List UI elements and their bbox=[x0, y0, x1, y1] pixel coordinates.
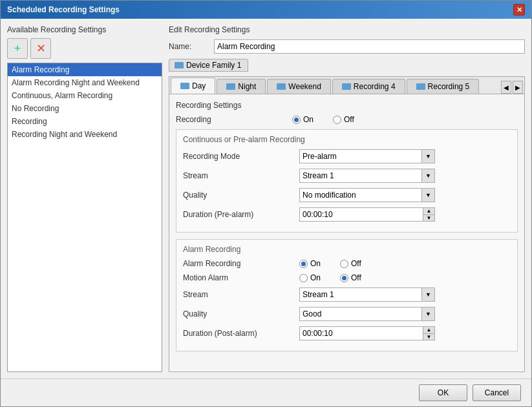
tab-recording4[interactable]: Recording 4 bbox=[332, 79, 405, 94]
name-row: Name: bbox=[169, 39, 525, 54]
motion-on-radio[interactable] bbox=[299, 274, 308, 282]
recording-list[interactable]: Alarm Recording Alarm Recording Night an… bbox=[7, 63, 162, 372]
cancel-button[interactable]: Cancel bbox=[473, 384, 521, 401]
tab-day-label: Day bbox=[192, 81, 206, 90]
alarm-quality-label: Quality bbox=[183, 309, 299, 318]
tab-night-label: Night bbox=[238, 82, 256, 91]
alarm-on-label: On bbox=[310, 259, 321, 268]
ok-button[interactable]: OK bbox=[419, 384, 467, 401]
recording-on-label: On bbox=[303, 115, 314, 124]
alarm-quality-row: Quality Good ▼ bbox=[183, 307, 511, 321]
close-button[interactable]: ✕ bbox=[513, 4, 525, 16]
alarm-stream-select[interactable]: Stream 1 ▼ bbox=[299, 287, 435, 302]
tab-day-icon bbox=[180, 83, 189, 89]
list-item[interactable]: Alarm Recording Night and Weekend bbox=[8, 76, 162, 89]
recording-off-radio[interactable] bbox=[333, 116, 341, 124]
recording-radio-group: On Off bbox=[292, 115, 354, 124]
tab-scroll-left[interactable]: ◀ bbox=[501, 81, 511, 94]
motion-off-option[interactable]: Off bbox=[340, 273, 361, 282]
stream-select[interactable]: Stream 1 ▼ bbox=[299, 169, 435, 183]
duration-prealarm-down[interactable]: ▼ bbox=[423, 215, 434, 222]
delete-button[interactable]: ✕ bbox=[30, 38, 51, 59]
recording-mode-row: Recording Mode Pre-alarm ▼ bbox=[183, 149, 511, 163]
duration-postalarm-label: Duration (Post-alarm) bbox=[183, 329, 299, 338]
continuous-section: Continuous or Pre-alarm Recording Record… bbox=[176, 129, 518, 233]
recording-settings-label: Recording Settings bbox=[176, 101, 518, 110]
recording-mode-value: Pre-alarm bbox=[300, 152, 421, 161]
alarm-off-label: Off bbox=[351, 259, 361, 268]
recording-mode-label: Recording Mode bbox=[183, 152, 299, 161]
alarm-recording-row: Alarm Recording On Off bbox=[183, 259, 511, 268]
quality-arrow[interactable]: ▼ bbox=[421, 189, 434, 202]
stream-arrow[interactable]: ▼ bbox=[421, 169, 434, 182]
dialog-content: Available Recording Settings + ✕ Alarm R… bbox=[1, 19, 531, 379]
recording-mode-select[interactable]: Pre-alarm ▼ bbox=[299, 149, 435, 163]
tab-night[interactable]: Night bbox=[217, 79, 266, 94]
duration-prealarm-value: 00:00:10 bbox=[300, 210, 423, 219]
tab-recording4-icon bbox=[342, 83, 351, 90]
device-family-icon bbox=[175, 62, 184, 68]
tab-scroll: ◀ ▶ bbox=[501, 81, 523, 94]
list-item[interactable]: Alarm Recording bbox=[8, 63, 162, 76]
tab-weekend[interactable]: Weekend bbox=[267, 79, 330, 94]
tab-scroll-right[interactable]: ▶ bbox=[513, 81, 523, 94]
tab-weekend-label: Weekend bbox=[288, 82, 321, 91]
tab-recording5[interactable]: Recording 5 bbox=[407, 79, 480, 94]
tabs-header: Day Night Weekend Recording 4 bbox=[169, 77, 524, 94]
recording-mode-arrow[interactable]: ▼ bbox=[421, 150, 434, 163]
duration-postalarm-down[interactable]: ▼ bbox=[423, 334, 434, 340]
duration-prealarm-label: Duration (Pre-alarm) bbox=[183, 210, 299, 219]
name-input[interactable] bbox=[214, 39, 525, 54]
recording-field-label: Recording bbox=[176, 115, 292, 124]
alarm-off-option[interactable]: Off bbox=[340, 259, 361, 268]
add-button[interactable]: + bbox=[7, 38, 28, 59]
device-family-label: Device Family 1 bbox=[186, 61, 241, 70]
duration-prealarm-spinner[interactable]: 00:00:10 ▲ ▼ bbox=[299, 207, 435, 222]
alarm-on-radio[interactable] bbox=[299, 260, 308, 268]
name-label: Name: bbox=[169, 42, 207, 51]
left-panel: Available Recording Settings + ✕ Alarm R… bbox=[7, 25, 162, 372]
continuous-section-label: Continuous or Pre-alarm Recording bbox=[183, 135, 511, 144]
duration-prealarm-row: Duration (Pre-alarm) 00:00:10 ▲ ▼ bbox=[183, 207, 511, 222]
list-item[interactable]: Recording bbox=[8, 115, 162, 128]
quality-select[interactable]: No modification ▼ bbox=[299, 188, 435, 202]
list-item[interactable]: No Recording bbox=[8, 102, 162, 115]
recording-on-option[interactable]: On bbox=[292, 115, 314, 124]
device-family-tab[interactable]: Device Family 1 bbox=[169, 59, 248, 72]
duration-postalarm-value: 00:00:10 bbox=[300, 329, 423, 338]
duration-postalarm-spinner[interactable]: 00:00:10 ▲ ▼ bbox=[299, 326, 435, 340]
tabs-container: Day Night Weekend Recording 4 bbox=[169, 76, 525, 372]
list-item[interactable]: Recording Night and Weekend bbox=[8, 128, 162, 141]
alarm-off-radio[interactable] bbox=[340, 260, 348, 268]
alarm-section: Alarm Recording Alarm Recording On bbox=[176, 239, 518, 351]
stream-label: Stream bbox=[183, 171, 299, 180]
alarm-stream-value: Stream 1 bbox=[300, 290, 421, 299]
stream-value: Stream 1 bbox=[300, 171, 421, 180]
tab-day[interactable]: Day bbox=[171, 78, 215, 94]
alarm-section-label: Alarm Recording bbox=[183, 245, 511, 254]
duration-postalarm-row: Duration (Post-alarm) 00:00:10 ▲ ▼ bbox=[183, 326, 511, 340]
motion-off-label: Off bbox=[351, 273, 361, 282]
alarm-stream-arrow[interactable]: ▼ bbox=[421, 288, 434, 301]
alarm-quality-select[interactable]: Good ▼ bbox=[299, 307, 435, 321]
recording-on-radio[interactable] bbox=[292, 116, 301, 124]
tab-recording5-icon bbox=[416, 83, 425, 90]
title-bar: Scheduled Recording Settings ✕ bbox=[1, 1, 531, 19]
recording-off-option[interactable]: Off bbox=[333, 115, 354, 124]
motion-on-option[interactable]: On bbox=[299, 273, 321, 282]
alarm-on-option[interactable]: On bbox=[299, 259, 321, 268]
duration-prealarm-spinner-btns: ▲ ▼ bbox=[423, 208, 434, 221]
list-item[interactable]: Continuous, Alarm Recording bbox=[8, 89, 162, 102]
tab-content: Recording Settings Recording On Off bbox=[169, 94, 524, 371]
alarm-quality-arrow[interactable]: ▼ bbox=[421, 308, 434, 320]
duration-postalarm-spinner-btns: ▲ ▼ bbox=[423, 327, 434, 340]
toolbar: + ✕ bbox=[7, 38, 162, 59]
motion-on-label: On bbox=[310, 273, 321, 282]
scheduled-recording-dialog: Scheduled Recording Settings ✕ Available… bbox=[0, 0, 532, 407]
motion-off-radio[interactable] bbox=[340, 274, 348, 282]
tab-weekend-icon bbox=[277, 83, 286, 90]
right-panel-title: Edit Recording Settings bbox=[169, 25, 525, 34]
dialog-footer: OK Cancel bbox=[1, 379, 531, 406]
duration-postalarm-up[interactable]: ▲ bbox=[423, 327, 434, 334]
duration-prealarm-up[interactable]: ▲ bbox=[423, 208, 434, 215]
